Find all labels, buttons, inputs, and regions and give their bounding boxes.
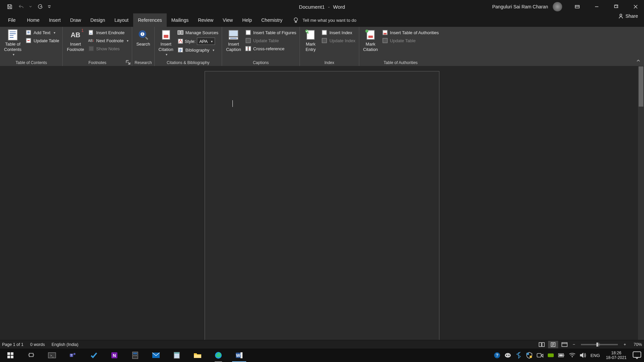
endnote-icon bbox=[88, 29, 94, 36]
read-mode-button[interactable] bbox=[537, 341, 547, 348]
task-view-button[interactable] bbox=[21, 349, 42, 362]
tray-notifications-icon[interactable] bbox=[633, 351, 641, 360]
tray-help-icon[interactable]: ? bbox=[494, 352, 500, 359]
tab-insert[interactable]: Insert bbox=[44, 13, 65, 27]
svg-point-66 bbox=[506, 355, 507, 356]
taskbar-app-1[interactable]: >_ bbox=[42, 349, 62, 362]
taskbar-todo[interactable] bbox=[83, 349, 104, 362]
tray-wifi-icon[interactable] bbox=[569, 352, 576, 359]
tab-home[interactable]: Home bbox=[22, 13, 44, 27]
tab-layout[interactable]: Layout bbox=[110, 13, 133, 27]
tab-file[interactable]: File bbox=[1, 13, 22, 27]
svg-rect-32 bbox=[383, 33, 386, 35]
zoom-out-button[interactable]: − bbox=[571, 342, 577, 347]
footnotes-dialog-launcher[interactable] bbox=[126, 60, 130, 65]
save-button[interactable] bbox=[6, 3, 13, 10]
search-label: Search bbox=[136, 42, 150, 47]
taskbar-edge[interactable] bbox=[208, 349, 229, 362]
tab-view[interactable]: View bbox=[218, 13, 237, 27]
manage-sources-button[interactable]: Manage Sources bbox=[176, 29, 220, 36]
bibliography-button[interactable]: Bibliography▾ bbox=[176, 46, 220, 54]
start-button[interactable] bbox=[0, 349, 21, 362]
zoom-in-button[interactable]: + bbox=[622, 342, 628, 347]
group-label-toc: Table of Contents bbox=[2, 59, 60, 66]
undo-dropdown[interactable] bbox=[29, 3, 32, 10]
table-of-contents-button[interactable]: Table of Contents ▾ bbox=[2, 28, 23, 57]
insert-citation-button[interactable]: Insert Citation ▾ bbox=[157, 28, 175, 57]
qat-customize[interactable] bbox=[48, 3, 51, 10]
footnote-label: Insert Footnote bbox=[67, 42, 84, 53]
tray-bluetooth-icon[interactable] bbox=[515, 352, 522, 359]
taskbar-notepad[interactable] bbox=[166, 349, 187, 362]
undo-button[interactable] bbox=[17, 3, 25, 10]
zoom-percent[interactable]: 70% bbox=[629, 342, 642, 347]
tray-nvidia-icon[interactable] bbox=[547, 352, 554, 359]
tab-chemistry[interactable]: Chemistry bbox=[257, 13, 287, 27]
taskbar-onenote[interactable]: N bbox=[104, 349, 125, 362]
insert-table-of-figures-button[interactable]: Insert Table of Figures bbox=[244, 29, 298, 36]
share-button[interactable]: Share bbox=[618, 13, 638, 19]
style-select[interactable]: APA▾ bbox=[197, 38, 215, 45]
next-footnote-icon: AB1 bbox=[88, 38, 94, 44]
cross-reference-button[interactable]: Cross-reference bbox=[244, 45, 298, 52]
svg-rect-18 bbox=[229, 31, 238, 37]
vertical-scrollbar[interactable] bbox=[638, 66, 644, 349]
taskbar-teams[interactable]: T bbox=[62, 349, 83, 362]
ribbon-display-options[interactable] bbox=[569, 0, 586, 13]
insert-toa-button[interactable]: Insert Table of Authorities bbox=[381, 29, 440, 36]
tab-mailings[interactable]: Mailings bbox=[167, 13, 193, 27]
insert-footnote-button[interactable]: AB1 Insert Footnote bbox=[65, 28, 86, 53]
redo-button[interactable] bbox=[36, 3, 44, 10]
tell-me[interactable]: Tell me what you want to do bbox=[292, 13, 356, 27]
bibliography-icon bbox=[177, 47, 183, 53]
taskbar-calculator[interactable] bbox=[125, 349, 146, 362]
close-button[interactable] bbox=[627, 0, 644, 13]
status-words[interactable]: 0 words bbox=[30, 342, 45, 347]
user-avatar[interactable] bbox=[553, 2, 562, 11]
search-button[interactable]: i Search bbox=[134, 28, 152, 48]
user-name[interactable]: Panguluri Sai Ram Charan bbox=[492, 4, 548, 9]
taskbar-word[interactable]: W bbox=[229, 349, 250, 362]
tab-help[interactable]: Help bbox=[237, 13, 257, 27]
insert-endnote-button[interactable]: Insert Endnote bbox=[87, 29, 130, 36]
tray-language[interactable]: ENG bbox=[590, 353, 600, 358]
minimize-button[interactable] bbox=[588, 0, 605, 13]
status-language[interactable]: English (India) bbox=[52, 342, 78, 347]
maximize-button[interactable] bbox=[608, 0, 625, 13]
taskbar-explorer[interactable] bbox=[187, 349, 208, 362]
svg-rect-23 bbox=[249, 46, 251, 51]
svg-point-53 bbox=[135, 355, 136, 356]
tab-draw[interactable]: Draw bbox=[65, 13, 86, 27]
web-layout-button[interactable] bbox=[559, 341, 570, 348]
figures-table-icon bbox=[245, 29, 251, 36]
taskbar-mail[interactable] bbox=[146, 349, 166, 362]
tab-references[interactable]: References bbox=[133, 13, 167, 27]
tray-battery-icon[interactable] bbox=[558, 352, 565, 359]
add-text-icon bbox=[25, 29, 32, 36]
tray-security-icon[interactable] bbox=[526, 352, 533, 359]
group-label-citations: Citations & Bibliography bbox=[157, 59, 220, 66]
tell-me-text: Tell me what you want to do bbox=[303, 18, 356, 23]
tab-review[interactable]: Review bbox=[193, 13, 218, 27]
scrollbar-thumb[interactable] bbox=[639, 66, 643, 107]
collapse-ribbon-button[interactable] bbox=[636, 58, 641, 64]
tab-design[interactable]: Design bbox=[86, 13, 110, 27]
mark-entry-button[interactable]: Mark Entry bbox=[302, 28, 319, 53]
print-layout-button[interactable] bbox=[548, 341, 558, 348]
next-footnote-button[interactable]: AB1 Next Footnote▾ bbox=[87, 37, 130, 44]
document-canvas[interactable] bbox=[0, 66, 644, 349]
text-cursor bbox=[232, 100, 233, 107]
document-page[interactable] bbox=[205, 71, 439, 349]
tray-meet-now-icon[interactable] bbox=[537, 352, 543, 359]
tray-clock[interactable]: 18:26 18-07-2021 bbox=[604, 351, 629, 360]
update-toc-button[interactable]: Update Table bbox=[24, 37, 60, 44]
citation-label: Insert Citation bbox=[159, 42, 173, 53]
insert-caption-button[interactable]: Insert Caption bbox=[224, 28, 243, 53]
add-text-button[interactable]: Add Text▾ bbox=[24, 29, 60, 36]
tray-volume-icon[interactable] bbox=[580, 352, 586, 359]
status-page[interactable]: Page 1 of 1 bbox=[2, 342, 23, 347]
mark-citation-button[interactable]: Mark Citation bbox=[361, 28, 380, 53]
tray-discord-icon[interactable] bbox=[504, 352, 511, 359]
insert-index-button[interactable]: Insert Index bbox=[320, 29, 357, 36]
zoom-slider[interactable] bbox=[581, 344, 618, 345]
